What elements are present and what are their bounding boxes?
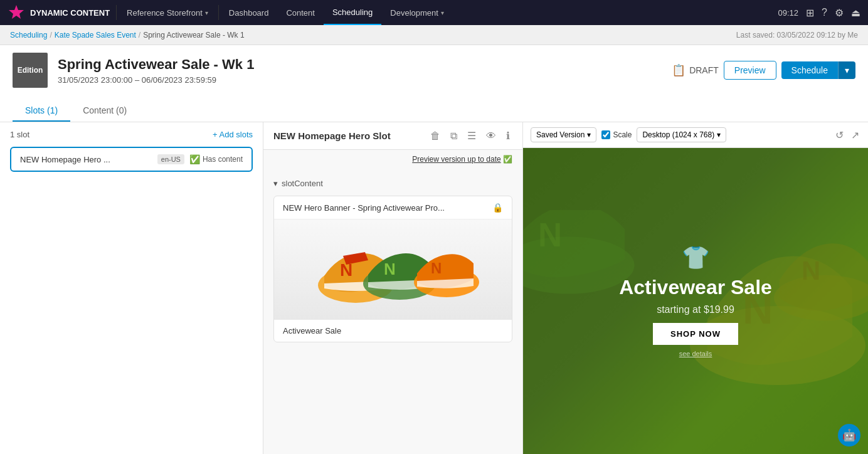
sneaker-illustration: N N N — [305, 226, 481, 314]
chat-bubble-button[interactable]: 🤖 — [838, 424, 860, 446]
svg-marker-0 — [9, 5, 24, 19]
page-header-top: Edition Spring Activewear Sale - Wk 1 31… — [13, 53, 855, 95]
copy-icon[interactable]: ⧉ — [448, 129, 460, 143]
see-details-link[interactable]: see details — [679, 350, 712, 357]
left-panel: 1 slot + Add slots NEW Homepage Hero ...… — [0, 122, 263, 454]
center-panel: NEW Homepage Hero Slot 🗑 ⧉ ☰ 👁 ℹ Preview… — [263, 122, 523, 454]
preview-button[interactable]: Preview — [724, 61, 776, 80]
help-icon[interactable]: ? — [822, 7, 827, 18]
content-card-header: NEW Hero Banner - Spring Activewear Pro.… — [274, 196, 512, 219]
last-saved: Last saved: 03/05/2022 09:12 by Me — [736, 31, 858, 40]
tab-content[interactable]: Content (0) — [70, 100, 139, 122]
right-toolbar-right: ↺ ↗ — [834, 128, 860, 142]
hero-banner: N N N — [523, 148, 868, 454]
main-area: Edition Spring Activewear Sale - Wk 1 31… — [0, 45, 868, 454]
edition-badge: Edition — [13, 53, 48, 88]
page-title: Spring Activewear Sale - Wk 1 — [58, 56, 254, 73]
add-slots-button[interactable]: + Add slots — [213, 130, 253, 139]
breadcrumb-sep-2: / — [139, 31, 140, 40]
svg-text:N: N — [431, 260, 442, 277]
slot-content-label: ▾ slotContent — [273, 179, 512, 188]
app-name: DYNAMIC CONTENT — [30, 8, 110, 18]
nav-dashboard[interactable]: Dashboard — [220, 0, 278, 25]
logo-area: DYNAMIC CONTENT — [8, 4, 110, 21]
expand-icon[interactable]: ⊞ — [806, 7, 814, 19]
lock-icon: 🔒 — [492, 203, 503, 213]
nav-scheduling[interactable]: Scheduling — [324, 0, 381, 25]
preview-date-bar: Preview version up to date ✅ — [263, 150, 522, 169]
breadcrumb-sep-1: / — [50, 31, 51, 40]
slot-content-icons: 🗑 ⧉ ☰ 👁 ℹ — [428, 129, 512, 143]
page-header: Edition Spring Activewear Sale - Wk 1 31… — [0, 45, 868, 122]
preview-version-link[interactable]: Preview version up to date — [412, 155, 500, 164]
time-display: 09:12 — [778, 8, 799, 18]
version-select[interactable]: Saved Version ▾ — [531, 127, 596, 142]
open-external-icon[interactable]: ↗ — [850, 128, 860, 142]
svg-text:N: N — [384, 260, 396, 278]
nav-right: 09:12 ⊞ ? ⚙ ⏏ — [778, 7, 860, 19]
viewport-chevron-icon: ▾ — [717, 130, 721, 139]
date-range: 31/05/2023 23:00:00 – 06/06/2023 23:59:5… — [58, 75, 254, 85]
breadcrumb-current: Spring Activewear Sale - Wk 1 — [143, 31, 244, 40]
refresh-icon[interactable]: ↺ — [834, 128, 845, 142]
top-nav: DYNAMIC CONTENT Reference Storefront ▾ D… — [0, 0, 868, 25]
logout-icon[interactable]: ⏏ — [851, 7, 860, 19]
tab-slots[interactable]: Slots (1) — [13, 100, 70, 122]
slot-name: NEW Homepage Hero ... — [20, 155, 110, 164]
slot-meta: en-US ✅ Has content — [157, 154, 243, 164]
slot-header: 1 slot + Add slots — [10, 130, 253, 139]
scale-checkbox-label[interactable]: Scale — [601, 130, 632, 139]
preview-date-check-icon: ✅ — [503, 155, 512, 164]
page-title-area: Edition Spring Activewear Sale - Wk 1 31… — [13, 53, 254, 88]
settings-icon[interactable]: ⚙ — [835, 7, 844, 19]
slot-content-header: NEW Homepage Hero Slot 🗑 ⧉ ☰ 👁 ℹ — [263, 122, 522, 150]
shirt-icon: 👕 — [682, 245, 710, 271]
version-chevron-icon: ▾ — [587, 130, 591, 139]
hero-subtitle: starting at $19.99 — [657, 304, 734, 315]
info-icon[interactable]: ℹ — [504, 129, 512, 143]
breadcrumb-scheduling[interactable]: Scheduling — [10, 31, 47, 40]
viewport-label: Desktop (1024 x 768) — [642, 130, 714, 139]
scale-label: Scale — [613, 130, 632, 139]
slot-content-body: ▾ slotContent NEW Hero Banner - Spring A… — [263, 169, 522, 352]
draft-label: DRAFT — [689, 65, 719, 75]
schedule-dropdown-button[interactable]: ▾ — [838, 61, 855, 79]
scale-checkbox[interactable] — [601, 130, 610, 139]
nav-development[interactable]: Development ▾ — [381, 0, 453, 25]
viewport-select[interactable]: Desktop (1024 x 768) ▾ — [637, 127, 726, 142]
right-panel-toolbar: Saved Version ▾ Scale Desktop (1024 x 76… — [523, 122, 868, 148]
green-check-icon: ✅ — [189, 154, 200, 164]
shop-now-button[interactable]: SHOP NOW — [653, 323, 738, 345]
svg-text:N: N — [340, 260, 352, 280]
nav-separator — [116, 5, 117, 20]
schedule-button[interactable]: Schedule — [781, 61, 838, 79]
slot-count: 1 slot — [10, 130, 29, 139]
breadcrumb-event[interactable]: Kate Spade Sales Event — [55, 31, 136, 40]
nav-reference-storefront[interactable]: Reference Storefront ▾ — [118, 0, 217, 25]
right-panel: Saved Version ▾ Scale Desktop (1024 x 76… — [523, 122, 868, 454]
content-card[interactable]: NEW Hero Banner - Spring Activewear Pro.… — [273, 196, 512, 342]
content-area: 1 slot + Add slots NEW Homepage Hero ...… — [0, 122, 868, 454]
hero-title: Activewear Sale — [619, 276, 772, 299]
has-content: ✅ Has content — [189, 154, 243, 164]
breadcrumb: Scheduling / Kate Spade Sales Event / Sp… — [10, 31, 245, 40]
draft-badge: 📋 DRAFT — [672, 63, 719, 77]
right-toolbar-left: Saved Version ▾ Scale Desktop (1024 x 76… — [531, 127, 726, 142]
chevron-down-icon-2: ▾ — [441, 9, 444, 16]
eye-icon[interactable]: 👁 — [484, 129, 499, 143]
slot-card[interactable]: NEW Homepage Hero ... en-US ✅ Has conten… — [10, 147, 253, 172]
schedule-btn-group: Schedule ▾ — [781, 61, 855, 79]
check-list-icon[interactable]: ☰ — [465, 129, 479, 143]
chevron-down-icon: ▾ — [205, 9, 208, 16]
content-card-image: N N N — [274, 219, 512, 320]
version-label: Saved Version — [536, 130, 585, 139]
delete-icon[interactable]: 🗑 — [428, 129, 443, 143]
page-title-text: Spring Activewear Sale - Wk 1 31/05/2023… — [58, 56, 254, 85]
draft-icon: 📋 — [672, 63, 685, 77]
nav-content[interactable]: Content — [277, 0, 324, 25]
chat-icon: 🤖 — [842, 428, 856, 442]
content-card-footer: Activewear Sale — [274, 320, 512, 342]
hero-content-overlay: 👕 Activewear Sale starting at $19.99 SHO… — [523, 148, 868, 454]
header-actions: 📋 DRAFT Preview Schedule ▾ — [672, 61, 855, 80]
nav-separator-2 — [218, 5, 219, 20]
